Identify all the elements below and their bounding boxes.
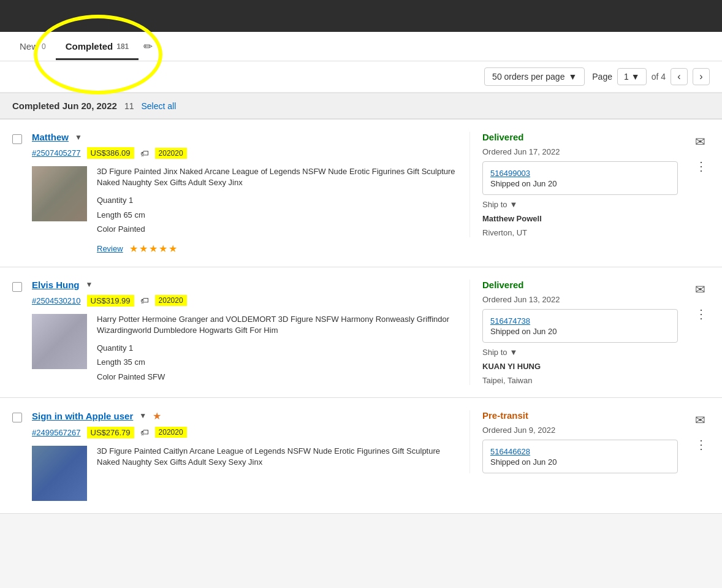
select-all-link[interactable]: Select all bbox=[141, 101, 176, 111]
delivery-status: Pre-transit bbox=[482, 410, 678, 421]
ship-to-row[interactable]: Ship to ▼ bbox=[482, 200, 678, 209]
product-title: 3D Figure Painted Caitlyn Arcane League … bbox=[97, 446, 460, 468]
tracking-box: 516446628 Shipped on Jun 20 bbox=[482, 440, 678, 473]
next-page-button[interactable]: › bbox=[693, 68, 710, 85]
tracking-status: Shipped on Jun 20 bbox=[490, 179, 670, 188]
buyer-chevron[interactable]: ▼ bbox=[139, 411, 146, 420]
coupon-code: 202020 bbox=[155, 148, 187, 159]
tab-new-label: New bbox=[20, 41, 38, 52]
top-bar bbox=[0, 0, 722, 32]
order-price: US$386.09 bbox=[87, 147, 134, 159]
delivery-status: Delivered bbox=[482, 280, 678, 290]
toolbar: 50 orders per page ▼ Page 1 ▼ of 4 ‹ › bbox=[0, 61, 722, 93]
order-card: Elvis Hung ▼ #2504530210 US$319.99 🏷 202… bbox=[0, 267, 722, 398]
buyer-chevron[interactable]: ▼ bbox=[75, 133, 82, 142]
color-value: Painted SFW bbox=[118, 372, 165, 381]
more-options-icon[interactable]: ⋮ bbox=[693, 435, 710, 454]
ship-to-name: KUAN YI HUNG bbox=[482, 362, 678, 371]
tab-completed-count: 181 bbox=[116, 42, 129, 51]
message-icon[interactable]: ✉ bbox=[693, 410, 708, 430]
review-link[interactable]: Review bbox=[97, 244, 123, 253]
coupon-code: 202020 bbox=[155, 295, 187, 306]
product-image bbox=[32, 446, 87, 501]
edit-icon[interactable]: ✏ bbox=[143, 40, 153, 53]
delivery-status: Delivered bbox=[482, 132, 678, 142]
order-card: Sign in with Apple user ▼ ★ #2499567267 … bbox=[0, 398, 722, 514]
coupon-code: 202020 bbox=[155, 427, 187, 438]
more-options-icon[interactable]: ⋮ bbox=[693, 156, 710, 176]
order-checkbox[interactable] bbox=[12, 134, 22, 144]
product-title: 3D Figure Painted Jinx Naked Arcane Leag… bbox=[97, 166, 460, 188]
order-card: Matthew ▼ #2507405277 US$386.09 🏷 202020… bbox=[0, 119, 722, 267]
length-label: Length bbox=[97, 210, 121, 220]
star-icon: ★ bbox=[153, 410, 161, 422]
order-checkbox[interactable] bbox=[12, 413, 22, 422]
length-label: Length bbox=[97, 357, 121, 367]
tracking-box: 516474738 Shipped on Jun 20 bbox=[482, 309, 678, 343]
page-selector: Page 1 ▼ of 4 ‹ › bbox=[592, 68, 710, 85]
ship-to-location: Riverton, UT bbox=[482, 228, 678, 237]
coupon-icon: 🏷 bbox=[140, 148, 149, 158]
tracking-status: Shipped on Jun 20 bbox=[490, 327, 670, 336]
quantity-value: 1 bbox=[129, 196, 133, 205]
ship-to-chevron: ▼ bbox=[509, 200, 517, 209]
quantity-label: Quantity bbox=[97, 343, 126, 353]
length-value: 65 cm bbox=[123, 210, 145, 220]
buyer-name[interactable]: Matthew bbox=[32, 132, 69, 142]
order-checkbox[interactable] bbox=[12, 282, 22, 292]
orders-per-page-label: 50 orders per page bbox=[492, 72, 564, 82]
tracking-number[interactable]: 516499003 bbox=[490, 169, 530, 178]
ordered-date: Ordered Jun 17, 2022 bbox=[482, 147, 678, 156]
star-rating: ★★★★★ bbox=[129, 243, 178, 254]
tab-new-count: 0 bbox=[42, 42, 46, 51]
section-title: Completed Jun 20, 2022 bbox=[12, 101, 117, 111]
ship-to-chevron: ▼ bbox=[509, 348, 517, 357]
ship-to-row[interactable]: Ship to ▼ bbox=[482, 348, 678, 357]
coupon-icon: 🏷 bbox=[140, 296, 149, 305]
page-dropdown[interactable]: 1 ▼ bbox=[617, 68, 647, 85]
quantity-value: 1 bbox=[129, 343, 133, 353]
buyer-name[interactable]: Elvis Hung bbox=[32, 280, 80, 290]
section-count: 11 bbox=[124, 101, 134, 111]
ordered-date: Ordered Jun 9, 2022 bbox=[482, 426, 678, 435]
length-value: 35 cm bbox=[123, 357, 145, 367]
tracking-box: 516499003 Shipped on Jun 20 bbox=[482, 161, 678, 195]
ship-to-label: Ship to bbox=[482, 348, 507, 357]
message-icon[interactable]: ✉ bbox=[693, 132, 708, 151]
page-label: Page bbox=[592, 72, 612, 82]
ship-to-label: Ship to bbox=[482, 200, 507, 209]
prev-page-button[interactable]: ‹ bbox=[671, 68, 688, 85]
order-price: US$319.99 bbox=[87, 295, 134, 307]
color-label: Color bbox=[97, 224, 116, 234]
more-options-icon[interactable]: ⋮ bbox=[693, 304, 710, 324]
quantity-label: Quantity bbox=[97, 196, 126, 205]
ship-to-location: Taipei, Taiwan bbox=[482, 376, 678, 385]
order-number[interactable]: #2507405277 bbox=[32, 148, 81, 158]
orders-per-page-selector[interactable]: 50 orders per page ▼ bbox=[484, 67, 585, 86]
tracking-number[interactable]: 516474738 bbox=[490, 316, 530, 326]
tab-new[interactable]: New 0 bbox=[10, 32, 56, 60]
tracking-number[interactable]: 516446628 bbox=[490, 447, 530, 456]
orders-per-page-chevron: ▼ bbox=[568, 72, 577, 82]
order-price: US$276.79 bbox=[87, 427, 134, 438]
order-number[interactable]: #2499567267 bbox=[32, 428, 81, 437]
color-value: Painted bbox=[118, 224, 145, 234]
page-dropdown-chevron: ▼ bbox=[631, 72, 640, 82]
message-icon[interactable]: ✉ bbox=[693, 280, 708, 299]
tabs-bar: New 0 Completed 181 ✏ bbox=[0, 32, 722, 61]
section-header: Completed Jun 20, 2022 11 Select all bbox=[0, 93, 722, 119]
ordered-date: Ordered Jun 13, 2022 bbox=[482, 295, 678, 304]
tab-completed-label: Completed bbox=[66, 41, 113, 52]
buyer-chevron[interactable]: ▼ bbox=[86, 280, 93, 289]
product-title: Harry Potter Hermoine Granger and VOLDEM… bbox=[97, 314, 460, 336]
product-image bbox=[32, 314, 87, 369]
tab-completed[interactable]: Completed 181 bbox=[56, 32, 139, 60]
color-label: Color bbox=[97, 372, 116, 381]
product-image bbox=[32, 166, 87, 221]
of-pages: of 4 bbox=[652, 72, 666, 82]
order-number[interactable]: #2504530210 bbox=[32, 296, 81, 305]
ship-to-name: Matthew Powell bbox=[482, 214, 678, 223]
buyer-name[interactable]: Sign in with Apple user bbox=[32, 411, 133, 421]
tracking-status: Shipped on Jun 20 bbox=[490, 457, 670, 467]
coupon-icon: 🏷 bbox=[140, 427, 149, 437]
